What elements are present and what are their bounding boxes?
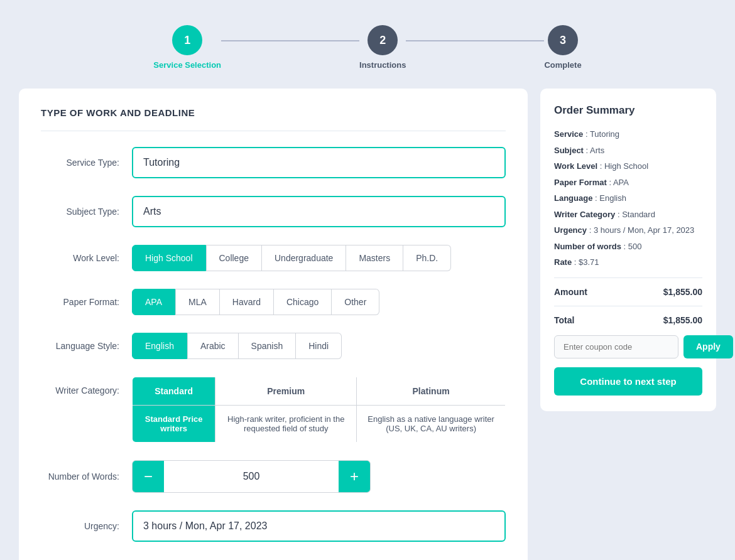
paper-format-content: APA MLA Havard Chicago Other: [132, 289, 506, 315]
summary-title: Order Summary: [554, 104, 702, 117]
language-spanish[interactable]: Spanish: [239, 333, 297, 359]
summary-urgency: Urgency : 3 hours / Mon, Apr 17, 2023: [554, 224, 702, 237]
writer-premium-desc[interactable]: High-rank writer, proficient in the requ…: [215, 406, 357, 443]
amount-value: $1,855.00: [663, 287, 702, 297]
words-content: − 500 +: [132, 460, 506, 493]
paper-format-chicago[interactable]: Chicago: [274, 289, 332, 315]
urgency-label: Urgency:: [41, 521, 132, 531]
work-level-college[interactable]: College: [206, 245, 262, 271]
words-row: Number of Words: − 500 +: [41, 460, 506, 493]
stepper-circle-3: 3: [548, 25, 578, 55]
summary-amount-row: Amount $1,855.00: [554, 287, 702, 297]
writer-category-table: Standard Premium Platinum Standard Price…: [132, 377, 506, 443]
work-level-content: High School College Undergraduate Master…: [132, 245, 506, 271]
stepper-label-3: Complete: [544, 60, 581, 70]
paper-format-harvard[interactable]: Havard: [220, 289, 274, 315]
stepper-circle-1: 1: [172, 25, 202, 55]
words-value: 500: [164, 463, 339, 490]
summary-service: Service : Tutoring: [554, 128, 702, 141]
summary-rate: Rate : $3.71: [554, 256, 702, 269]
left-panel: TYPE OF WORK AND DEADLINE Service Type: …: [19, 89, 528, 560]
paper-format-group: APA MLA Havard Chicago Other: [132, 289, 506, 315]
words-plus-button[interactable]: +: [339, 461, 370, 492]
summary-divider-1: [554, 277, 702, 278]
amount-label: Amount: [554, 287, 587, 297]
language-arabic[interactable]: Arabic: [187, 333, 239, 359]
stepper-line-1: [221, 40, 359, 41]
work-level-phd[interactable]: Ph.D.: [403, 245, 451, 271]
right-panel: Order Summary Service : Tutoring Subject…: [540, 89, 716, 411]
continue-btn-wrapper: Continue to next step: [554, 367, 702, 396]
work-level-high-school[interactable]: High School: [132, 245, 206, 271]
writer-standard-desc[interactable]: Standard Price writers: [133, 406, 215, 443]
writer-platinum-header[interactable]: Platinum: [357, 377, 506, 406]
writer-premium-header[interactable]: Premium: [215, 377, 357, 406]
stepper-line-2: [406, 40, 544, 41]
work-level-label: Work Level:: [41, 253, 132, 263]
section-divider: [41, 131, 506, 131]
summary-num-words: Number of words : 500: [554, 240, 702, 253]
section-title: TYPE OF WORK AND DEADLINE: [41, 107, 506, 118]
continue-button[interactable]: Continue to next step: [554, 367, 702, 396]
subject-type-input[interactable]: [132, 196, 506, 227]
subject-type-label: Subject Type:: [41, 207, 132, 217]
service-type-row: Service Type:: [41, 147, 506, 178]
stepper-step-3: 3 Complete: [544, 25, 581, 70]
service-type-input[interactable]: [132, 147, 506, 178]
urgency-content: [132, 510, 506, 542]
words-minus-button[interactable]: −: [133, 461, 164, 492]
work-level-row: Work Level: High School College Undergra…: [41, 245, 506, 271]
paper-format-label: Paper Format:: [41, 297, 132, 307]
writer-standard-header[interactable]: Standard: [133, 377, 215, 406]
language-style-label: Language Style:: [41, 341, 132, 351]
paper-format-apa[interactable]: APA: [132, 289, 175, 315]
writer-category-label: Writer Category:: [41, 377, 132, 396]
subject-type-row: Subject Type:: [41, 196, 506, 227]
work-level-undergraduate[interactable]: Undergraduate: [262, 245, 346, 271]
stepper-step-2: 2 Instructions: [359, 25, 406, 70]
service-type-content: [132, 147, 506, 178]
paper-format-mla[interactable]: MLA: [175, 289, 220, 315]
urgency-row: Urgency:: [41, 510, 506, 542]
page-wrapper: 1 Service Selection 2 Instructions 3 Com…: [0, 0, 735, 560]
writer-platinum-desc[interactable]: English as a native language writer (US,…: [357, 406, 506, 443]
summary-language: Language : English: [554, 192, 702, 205]
language-style-content: English Arabic Spanish Hindi: [132, 333, 506, 359]
work-level-group: High School College Undergraduate Master…: [132, 245, 506, 271]
summary-total-row: Total $1,855.00: [554, 315, 702, 325]
apply-button[interactable]: Apply: [683, 335, 733, 358]
coupon-input[interactable]: [554, 335, 678, 358]
stepper: 1 Service Selection 2 Instructions 3 Com…: [19, 13, 716, 89]
service-type-label: Service Type:: [41, 158, 132, 168]
summary-writer-category: Writer Category : Standard: [554, 208, 702, 221]
stepper-label-2: Instructions: [359, 60, 406, 70]
total-value: $1,855.00: [663, 315, 702, 325]
language-english[interactable]: English: [132, 333, 187, 359]
main-layout: TYPE OF WORK AND DEADLINE Service Type: …: [19, 89, 716, 560]
paper-format-row: Paper Format: APA MLA Havard Chicago Oth…: [41, 289, 506, 315]
stepper-circle-2: 2: [368, 25, 398, 55]
total-label: Total: [554, 315, 574, 325]
work-level-masters[interactable]: Masters: [346, 245, 403, 271]
writer-category-row: Writer Category: Standard Premium Platin…: [41, 377, 506, 443]
words-control: − 500 +: [132, 460, 371, 493]
stepper-label-1: Service Selection: [153, 60, 221, 70]
summary-work-level: Work Level : High School: [554, 160, 702, 173]
urgency-input[interactable]: [132, 510, 506, 542]
coupon-row: Apply: [554, 335, 702, 358]
subject-type-content: [132, 196, 506, 227]
summary-divider-2: [554, 306, 702, 306]
summary-subject: Subject : Arts: [554, 144, 702, 157]
stepper-step-1: 1 Service Selection: [153, 25, 221, 70]
paper-format-other[interactable]: Other: [332, 289, 379, 315]
language-hindi[interactable]: Hindi: [296, 333, 342, 359]
language-style-group: English Arabic Spanish Hindi: [132, 333, 506, 359]
writer-category-content: Standard Premium Platinum Standard Price…: [132, 377, 506, 443]
language-style-row: Language Style: English Arabic Spanish H…: [41, 333, 506, 359]
words-label: Number of Words:: [41, 471, 132, 482]
summary-paper-format: Paper Format : APA: [554, 176, 702, 189]
